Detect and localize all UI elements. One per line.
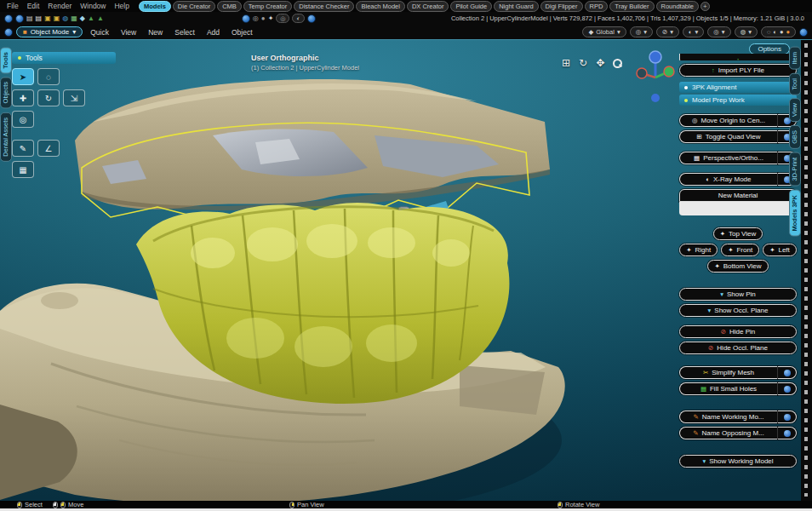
right-edge-scroll-strip[interactable]: [801, 40, 812, 501]
menu-help[interactable]: Help: [110, 2, 133, 10]
menu-window[interactable]: Window: [76, 2, 110, 10]
render-settings-icon[interactable]: [242, 14, 250, 23]
material-color-swatch[interactable]: [679, 202, 797, 215]
tools-panel-header[interactable]: Tools: [12, 52, 116, 64]
shading-mode-group[interactable]: ◌ ◐ ● ●: [761, 26, 796, 37]
scale-tool-button[interactable]: ⇲: [63, 89, 85, 106]
tab-bleach-model[interactable]: Bleach Model: [356, 1, 404, 12]
select-circle-tool-button[interactable]: ◌: [37, 68, 60, 85]
pivot-point-dropdown[interactable]: ◎▾: [630, 26, 653, 37]
name-working-button[interactable]: ✎Name Working Mo...: [679, 411, 778, 423]
editor-type-icon[interactable]: [4, 28, 13, 37]
new-file-icon[interactable]: ▤: [26, 14, 33, 23]
menu-select[interactable]: Select: [170, 28, 199, 37]
tab-distance-checker[interactable]: Distance Checker: [294, 1, 354, 12]
section-model-prep[interactable]: Model Prep Work: [679, 95, 797, 106]
zoom-magnifier-icon[interactable]: [613, 59, 622, 68]
pan-hand-icon[interactable]: ✥: [596, 57, 604, 69]
import-file-button-partial[interactable]: ↑: [679, 54, 797, 60]
proportional-editing-toggle[interactable]: ◐▾: [683, 26, 704, 37]
tab-die-creator[interactable]: Die Creator: [173, 1, 215, 12]
menu-edit[interactable]: Edit: [23, 2, 44, 10]
right-view-button[interactable]: ✦Right: [679, 244, 718, 256]
add-tab-button[interactable]: +: [700, 2, 710, 11]
tab-pilot-guide[interactable]: Pilot Guide: [450, 1, 492, 12]
scene-sphere-icon[interactable]: ●: [261, 14, 266, 23]
show-gizmo-toggle[interactable]: ◎▾: [707, 26, 730, 37]
tab-night-guard[interactable]: Night Guard: [494, 1, 538, 12]
left-tab-tools[interactable]: Tools: [0, 47, 12, 73]
name-working-info-button[interactable]: [778, 411, 797, 423]
simplify-info-button[interactable]: [778, 366, 797, 379]
transform-tool-button[interactable]: ◎: [12, 111, 34, 128]
front-view-button[interactable]: ✦Front: [721, 244, 759, 256]
fill-holes-button[interactable]: ▦Fill Small Holes: [679, 382, 778, 395]
menu-object[interactable]: Object: [227, 28, 257, 37]
mode-selector[interactable]: ■ Object Mode ▾: [16, 26, 83, 37]
tab-dx-creator[interactable]: DX Creator: [407, 1, 449, 12]
image-icon[interactable]: ▦: [71, 14, 77, 23]
top-view-button[interactable]: ✦Top View: [713, 227, 763, 240]
mesh-data-icon[interactable]: ◆: [80, 14, 85, 23]
new-material-button[interactable]: New Material: [679, 189, 797, 202]
bottom-view-button[interactable]: ✦Bottom View: [707, 260, 768, 273]
tab-tray-builder[interactable]: Tray Builder: [609, 1, 654, 12]
overlays-toggle[interactable]: ◍▾: [735, 26, 758, 37]
tab-cmb[interactable]: CMB: [217, 1, 242, 12]
view-layer-icon[interactable]: [307, 14, 316, 23]
transform-orientation-dropdown[interactable]: ◆ Global ▾: [582, 26, 626, 37]
name-opposing-button[interactable]: ✎Name Opposing M...: [679, 427, 778, 439]
snap-toggle[interactable]: ⊘▾: [656, 26, 679, 37]
shading-options-icon[interactable]: [799, 28, 808, 37]
light-icon[interactable]: ✦: [268, 14, 274, 23]
right-tab-gbs[interactable]: GBS: [789, 125, 801, 149]
section-3pk-alignment[interactable]: 3PK Alignment: [679, 82, 797, 93]
right-tab-view[interactable]: View: [789, 98, 801, 122]
import-ply-button[interactable]: ↑Import PLY File: [679, 64, 797, 77]
right-tab-3d-print[interactable]: 3D-Print: [789, 152, 801, 187]
select-tool-button[interactable]: ➤: [12, 68, 34, 85]
right-tab-item[interactable]: Item: [789, 47, 801, 70]
xray-mode-button[interactable]: ◐X-Ray Mode: [679, 173, 778, 186]
open-folder-icon[interactable]: ▣: [44, 14, 51, 23]
shading-pill-icon[interactable]: ◐: [292, 14, 304, 23]
hide-occl-plane-button[interactable]: ⊘Hide Occl. Plane: [679, 342, 797, 354]
right-tab-tool[interactable]: Tool: [789, 73, 801, 95]
hide-pin-button[interactable]: ⊘Hide Pin: [679, 325, 797, 338]
right-tab-models-3pk[interactable]: Models 3PK: [789, 190, 801, 237]
tree-asset-icon[interactable]: ▲: [88, 14, 94, 23]
menu-new[interactable]: New: [144, 28, 167, 37]
move-tool-button[interactable]: ✚: [12, 89, 34, 106]
show-working-model-button[interactable]: ▾Show Working Model: [679, 455, 797, 468]
menu-file[interactable]: File: [3, 2, 23, 10]
grid-toggle-icon[interactable]: ⊞: [562, 57, 570, 69]
tab-roundtable[interactable]: Roundtable: [656, 1, 699, 12]
tab-temp-creator[interactable]: Temp Creator: [243, 1, 292, 12]
left-view-button[interactable]: ✦Left: [763, 244, 797, 256]
toggle-quad-view-button[interactable]: ⊞Toggle Quad View: [679, 130, 778, 143]
save-file-icon[interactable]: ▣: [54, 14, 60, 23]
tab-digi-flipper[interactable]: Digi Flipper: [540, 1, 583, 12]
name-opposing-info-button[interactable]: [778, 427, 797, 439]
file-icon[interactable]: ▤: [36, 14, 43, 23]
globe-icon[interactable]: ◍: [62, 14, 68, 23]
tab-models[interactable]: Models: [139, 1, 171, 12]
menu-view[interactable]: View: [117, 28, 140, 37]
back-nav-icon[interactable]: [4, 14, 13, 23]
left-tab-dental-assets[interactable]: Dental Assets: [0, 112, 12, 162]
annotate-tool-button[interactable]: ✎: [12, 140, 34, 157]
rotate-tool-button[interactable]: ↻: [37, 89, 60, 106]
menu-render[interactable]: Render: [43, 2, 76, 10]
measure-tool-button[interactable]: ∠: [37, 140, 60, 157]
move-origin-button[interactable]: ◎Move Origin to Cen...: [679, 114, 778, 127]
viewport-3d[interactable]: User Orthographic (1) Collection 2 | Upp…: [0, 39, 812, 501]
orbit-view-icon[interactable]: ↻: [579, 57, 587, 69]
show-pin-button[interactable]: ▾Show Pin: [679, 288, 797, 301]
render-pill-icon[interactable]: ◎: [276, 14, 289, 23]
fill-holes-info-button[interactable]: [778, 382, 797, 395]
show-occl-plane-button[interactable]: ▾Show Occl. Plane: [679, 304, 797, 317]
left-tab-objects[interactable]: Objects: [0, 77, 12, 108]
menu-quick[interactable]: Quick: [86, 28, 113, 37]
forward-nav-icon[interactable]: [15, 14, 24, 23]
menu-add[interactable]: Add: [203, 28, 224, 37]
